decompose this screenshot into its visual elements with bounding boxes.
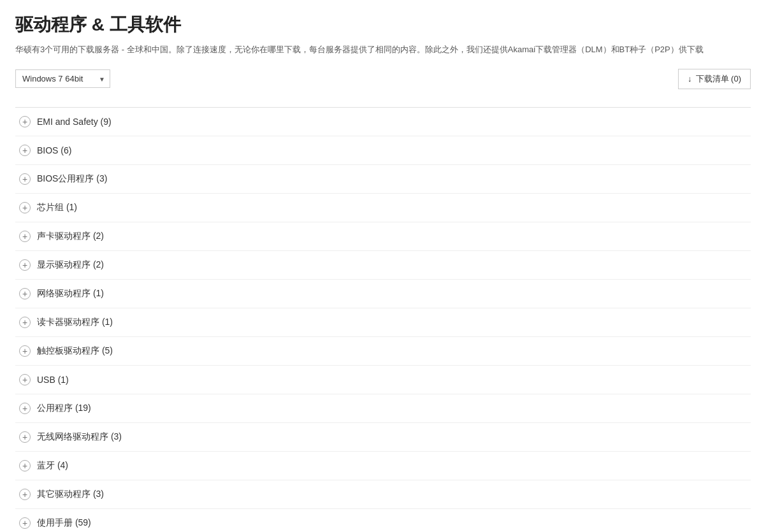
expand-icon: + xyxy=(19,116,31,127)
category-label: 触控板驱动程序 (5) xyxy=(37,345,113,357)
category-item: +BIOS (6) xyxy=(15,136,751,165)
category-label: 读卡器驱动程序 (1) xyxy=(37,317,113,328)
page-title: 驱动程序 & 工具软件 xyxy=(15,13,751,37)
category-row[interactable]: +其它驱动程序 (3) xyxy=(15,480,751,508)
category-label: 芯片组 (1) xyxy=(37,202,77,213)
category-item: +显示驱动程序 (2) xyxy=(15,251,751,280)
category-row[interactable]: +触控板驱动程序 (5) xyxy=(15,337,751,365)
category-row[interactable]: +声卡驱动程序 (2) xyxy=(15,222,751,250)
category-item: +触控板驱动程序 (5) xyxy=(15,337,751,366)
category-item: +蓝牙 (4) xyxy=(15,452,751,480)
category-row[interactable]: +EMI and Safety (9) xyxy=(15,108,751,136)
category-item: +声卡驱动程序 (2) xyxy=(15,222,751,251)
category-label: 蓝牙 (4) xyxy=(37,460,68,471)
category-row[interactable]: +读卡器驱动程序 (1) xyxy=(15,308,751,336)
expand-icon: + xyxy=(19,145,31,156)
category-item: +BIOS公用程序 (3) xyxy=(15,165,751,194)
download-icon: ↓ xyxy=(688,74,692,83)
category-row[interactable]: +蓝牙 (4) xyxy=(15,452,751,480)
category-row[interactable]: +BIOS (6) xyxy=(15,136,751,164)
category-list: +EMI and Safety (9)+BIOS (6)+BIOS公用程序 (3… xyxy=(15,108,751,533)
category-label: BIOS公用程序 (3) xyxy=(37,173,107,185)
expand-icon: + xyxy=(19,259,31,271)
category-label: 公用程序 (19) xyxy=(37,403,91,414)
category-label: 使用手册 (59) xyxy=(37,517,91,529)
category-label: BIOS (6) xyxy=(37,145,71,155)
category-item: +使用手册 (59) xyxy=(15,509,751,533)
expand-icon: + xyxy=(19,460,31,471)
category-row[interactable]: +BIOS公用程序 (3) xyxy=(15,165,751,193)
expand-icon: + xyxy=(19,374,31,385)
page-subtitle: 华硕有3个可用的下载服务器 - 全球和中国。除了连接速度，无论你在哪里下载，每台… xyxy=(15,43,751,56)
category-item: +读卡器驱动程序 (1) xyxy=(15,308,751,337)
download-list-label: 下载清单 (0) xyxy=(696,73,742,85)
expand-icon: + xyxy=(19,173,31,185)
expand-icon: + xyxy=(19,431,31,443)
category-label: 网络驱动程序 (1) xyxy=(37,288,104,299)
category-label: 无线网络驱动程序 (3) xyxy=(37,431,122,443)
category-row[interactable]: +网络驱动程序 (1) xyxy=(15,280,751,308)
category-row[interactable]: +无线网络驱动程序 (3) xyxy=(15,423,751,451)
category-label: USB (1) xyxy=(37,375,69,385)
toolbar: Windows 7 64bit Windows 10 64bit Windows… xyxy=(15,69,751,97)
category-item: +无线网络驱动程序 (3) xyxy=(15,423,751,452)
expand-icon: + xyxy=(19,489,31,500)
category-row[interactable]: +USB (1) xyxy=(15,366,751,394)
os-select-wrapper[interactable]: Windows 7 64bit Windows 10 64bit Windows… xyxy=(15,69,110,88)
category-item: +USB (1) xyxy=(15,366,751,394)
expand-icon: + xyxy=(19,288,31,299)
expand-icon: + xyxy=(19,231,31,242)
category-label: 其它驱动程序 (3) xyxy=(37,489,104,500)
expand-icon: + xyxy=(19,317,31,328)
category-row[interactable]: +使用手册 (59) xyxy=(15,509,751,533)
category-label: 声卡驱动程序 (2) xyxy=(37,231,104,242)
expand-icon: + xyxy=(19,403,31,414)
category-item: +网络驱动程序 (1) xyxy=(15,280,751,308)
expand-icon: + xyxy=(19,202,31,213)
category-row[interactable]: +显示驱动程序 (2) xyxy=(15,251,751,279)
category-item: +公用程序 (19) xyxy=(15,394,751,423)
category-row[interactable]: +公用程序 (19) xyxy=(15,394,751,422)
download-list-button[interactable]: ↓ 下载清单 (0) xyxy=(678,69,751,89)
category-item: +芯片组 (1) xyxy=(15,194,751,222)
expand-icon: + xyxy=(19,517,31,529)
category-item: +EMI and Safety (9) xyxy=(15,108,751,136)
category-label: 显示驱动程序 (2) xyxy=(37,259,104,271)
category-label: EMI and Safety (9) xyxy=(37,117,112,127)
category-item: +其它驱动程序 (3) xyxy=(15,480,751,509)
os-select[interactable]: Windows 7 64bit Windows 10 64bit Windows… xyxy=(15,69,110,88)
expand-icon: + xyxy=(19,345,31,357)
category-row[interactable]: +芯片组 (1) xyxy=(15,194,751,222)
